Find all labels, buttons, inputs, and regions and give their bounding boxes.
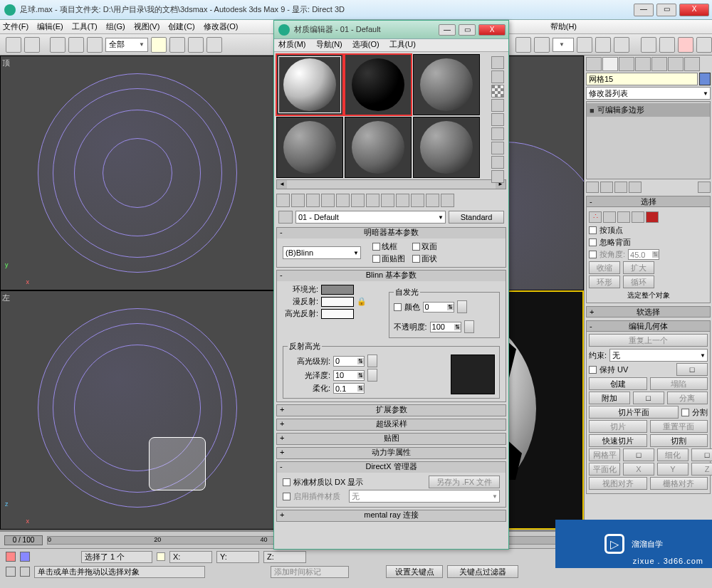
preserve-uv-settings[interactable]: □ <box>676 363 708 376</box>
modify-tab[interactable] <box>602 57 618 71</box>
coord-y[interactable]: Y: <box>216 551 259 563</box>
by-vertex-check[interactable] <box>589 226 597 234</box>
object-name-field[interactable]: 网格15 <box>586 73 698 85</box>
render-setup-button[interactable] <box>696 37 712 53</box>
grid-align-button[interactable]: 栅格对齐 <box>650 477 708 490</box>
bind-button[interactable] <box>87 37 103 53</box>
menu-tools[interactable]: 工具(T) <box>72 21 98 32</box>
sample-slot-4[interactable] <box>276 117 343 178</box>
close-button[interactable]: X <box>679 4 709 16</box>
snap-button[interactable] <box>515 37 531 53</box>
menu-view[interactable]: 视图(V) <box>134 21 160 32</box>
show-end-result-icon[interactable] <box>600 182 613 193</box>
mat-titlebar[interactable]: 材质编辑器 - 01 - Default — ▭ X <box>274 21 508 39</box>
cut-button[interactable]: 切割 <box>650 434 708 447</box>
create-button[interactable]: 创建 <box>589 377 647 390</box>
reset-map-icon[interactable] <box>321 194 335 207</box>
unlink-button[interactable] <box>68 37 84 53</box>
pick-material-icon[interactable] <box>278 211 293 224</box>
configure-icon[interactable] <box>698 182 711 193</box>
display-tab[interactable] <box>651 57 667 71</box>
motion-tab[interactable] <box>635 57 651 71</box>
window-crossing-button[interactable] <box>206 37 222 53</box>
rollout-blinn[interactable]: Blinn 基本参数 <box>277 271 506 281</box>
create-tab[interactable] <box>586 57 602 71</box>
remove-mod-icon[interactable] <box>629 182 642 193</box>
border-icon[interactable] <box>617 211 630 223</box>
rollout-mental-ray[interactable]: mental ray 连接 <box>277 510 506 521</box>
split-check[interactable] <box>681 409 689 416</box>
dx-std-check[interactable] <box>283 478 290 486</box>
hammer-icon[interactable] <box>684 57 700 71</box>
element-icon[interactable] <box>646 211 659 223</box>
select-button[interactable] <box>151 37 167 53</box>
mat-menu-options[interactable]: 选项(O) <box>352 39 379 51</box>
polygon-icon[interactable] <box>632 211 644 223</box>
sample-slot-5[interactable] <box>345 117 412 178</box>
select-name-button[interactable] <box>169 37 185 53</box>
make-copy-icon[interactable] <box>336 194 350 207</box>
time-slider-thumb[interactable]: 0 / 100 <box>4 535 43 545</box>
make-preview-icon[interactable] <box>491 127 504 140</box>
listener-icon[interactable] <box>20 567 30 577</box>
link-button[interactable] <box>50 37 66 53</box>
diffuse-swatch[interactable] <box>321 297 354 307</box>
sample-slot-6[interactable] <box>413 117 480 178</box>
undo-button[interactable] <box>6 37 21 53</box>
menu-edit[interactable]: 编辑(E) <box>37 21 63 32</box>
sample-slot-1[interactable] <box>276 54 343 115</box>
self-illum-spinner[interactable]: 0 <box>423 302 454 313</box>
ignore-back-check[interactable] <box>589 238 597 246</box>
put-to-lib-icon[interactable] <box>366 194 379 207</box>
vertex-icon[interactable]: ∴ <box>589 211 602 223</box>
trackbar-blue[interactable] <box>20 552 30 562</box>
assign-to-sel-icon[interactable] <box>306 194 320 207</box>
mat-menu-material[interactable]: 材质(M) <box>278 39 306 51</box>
named-sel-combo[interactable] <box>553 38 574 52</box>
mat-map-nav-icon[interactable] <box>491 170 504 183</box>
material-name-combo[interactable]: 01 - Default <box>295 211 446 224</box>
slice-plane-button[interactable]: 切片平面 <box>589 406 679 419</box>
mat-menubar[interactable]: 材质(M) 导航(N) 选项(O) 工具(U) <box>274 39 508 52</box>
make-unique-icon[interactable] <box>614 182 627 193</box>
modifier-stack[interactable]: 可编辑多边形 <box>586 101 711 179</box>
sample-slot-2[interactable] <box>345 54 412 115</box>
set-key-button[interactable]: 设置关键点 <box>386 565 443 578</box>
slice-button[interactable]: 切片 <box>589 420 647 433</box>
options-icon[interactable] <box>491 142 504 154</box>
coord-z[interactable]: Z: <box>263 551 306 563</box>
mat-id-icon[interactable] <box>381 194 394 207</box>
attach-button[interactable]: 附加 <box>589 392 630 404</box>
menu-modifier[interactable]: 修改器(O) <box>204 21 239 32</box>
ring-button[interactable]: 环形 <box>589 275 620 288</box>
preserve-uv-check[interactable] <box>589 366 597 374</box>
shrink-button[interactable]: 收缩 <box>589 261 620 274</box>
ambient-swatch[interactable] <box>321 285 354 295</box>
mat-menu-tools[interactable]: 工具(U) <box>389 39 416 51</box>
utilities-tab[interactable] <box>668 57 684 71</box>
mat-maximize[interactable]: ▭ <box>459 24 476 36</box>
specular-swatch[interactable] <box>321 309 354 319</box>
repeat-button[interactable]: 重复上一个 <box>589 334 708 347</box>
collapse-button[interactable]: 塌陷 <box>650 377 708 390</box>
quickslice-button[interactable]: 快速切片 <box>589 434 647 447</box>
spec-level-spinner[interactable]: 0 <box>333 356 365 367</box>
minimize-button[interactable]: — <box>634 4 654 16</box>
mirror-button[interactable] <box>577 37 592 53</box>
sample-slot-3[interactable] <box>413 54 480 115</box>
make-unique-icon[interactable] <box>351 194 365 207</box>
grow-button[interactable]: 扩大 <box>623 261 654 274</box>
redo-button[interactable] <box>24 37 40 53</box>
rollout-dynamics[interactable]: 动力学属性 <box>277 448 506 458</box>
key-filters-button[interactable]: 关键点过滤器 <box>447 565 518 578</box>
lock-icon[interactable] <box>157 552 165 561</box>
rollout-edit-geo[interactable]: 编辑几何体 <box>586 320 711 332</box>
select-by-icon[interactable] <box>491 156 504 169</box>
view-align-button[interactable]: 视图对齐 <box>589 477 647 490</box>
trackbar-red[interactable] <box>6 552 16 562</box>
rollout-directx[interactable]: DirectX 管理器 <box>277 462 506 473</box>
hierarchy-tab[interactable] <box>619 57 634 71</box>
object-color-swatch[interactable] <box>699 73 711 85</box>
msmooth-button[interactable]: 网格平滑 <box>589 448 620 461</box>
loop-button[interactable]: 循环 <box>623 275 654 288</box>
